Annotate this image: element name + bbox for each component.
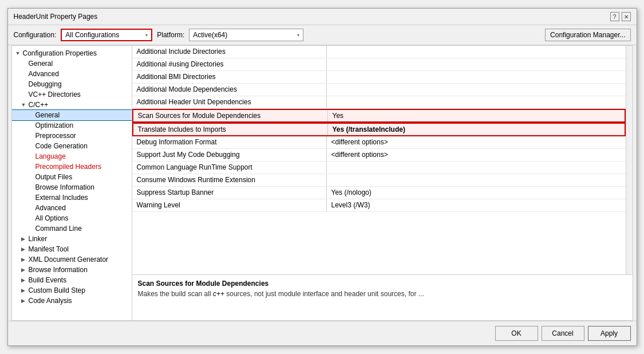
tree-item-cpp-general[interactable]: General	[12, 110, 132, 120]
tree-expand-cpp: ▼	[21, 102, 27, 108]
config-label: Configuration:	[14, 31, 57, 39]
tree-item-code-gen[interactable]: Code Generation	[12, 141, 132, 151]
property-pages-dialog: HeaderUnit Property Pages ? ✕ Configurat…	[7, 8, 637, 346]
tree-label-debugging: Debugging	[29, 80, 62, 88]
prop-value-add-using-dirs	[327, 58, 626, 70]
tree-item-advanced2[interactable]: Advanced	[12, 203, 132, 213]
prop-value-add-mod-deps	[327, 84, 626, 96]
tree-item-build-events[interactable]: ▶Build Events	[12, 275, 132, 285]
prop-row-suppress-banner[interactable]: Suppress Startup BannerYes (/nologo)	[132, 187, 626, 199]
prop-value-suppress-banner: Yes (/nologo)	[327, 187, 626, 199]
prop-value-debug-info: <different options>	[327, 136, 626, 148]
tree-item-optimization[interactable]: Optimization	[12, 120, 132, 131]
ok-button[interactable]: OK	[495, 326, 538, 341]
tree-item-advanced[interactable]: Advanced	[12, 69, 132, 79]
tree-label-build-events: Build Events	[29, 276, 67, 284]
prop-row-debug-info[interactable]: Debug Information Format<different optio…	[132, 136, 626, 149]
platform-label: Platform:	[157, 31, 184, 39]
dialog-title: HeaderUnit Property Pages	[14, 13, 98, 21]
tree-label-vcpp-dirs: VC++ Directories	[29, 91, 81, 99]
tree-item-all-options[interactable]: All Options	[12, 213, 132, 223]
tree-label-precomp-hdrs: Precompiled Headers	[35, 163, 101, 171]
tree-expand-linker: ▶	[21, 236, 27, 242]
config-dropdown[interactable]: All Configurations ▾	[61, 29, 152, 41]
config-manager-button[interactable]: Configuration Manager...	[545, 29, 630, 41]
tree-item-manifest-tool[interactable]: ▶Manifest Tool	[12, 244, 132, 254]
prop-name-warn-level: Warning Level	[132, 199, 327, 211]
tree-label-language: Language	[35, 152, 66, 160]
tree-label-optimization: Optimization	[35, 121, 74, 129]
tree-item-browse-info2[interactable]: ▶Browse Information	[12, 265, 132, 275]
prop-name-win-ext: Consume Windows Runtime Extension	[132, 174, 327, 186]
prop-row-add-mod-deps[interactable]: Additional Module Dependencies	[132, 84, 626, 96]
tree-label-output-files: Output Files	[35, 173, 73, 181]
tree-label-code-gen: Code Generation	[35, 142, 88, 150]
prop-name-clr-support: Common Language RunTime Support	[132, 162, 327, 174]
prop-row-just-my-code[interactable]: Support Just My Code Debugging<different…	[132, 149, 626, 162]
prop-row-scan-sources[interactable]: Scan Sources for Module DependenciesYes	[132, 109, 626, 123]
prop-row-add-inc-dirs[interactable]: Additional Include Directories	[132, 46, 626, 58]
tree-item-browse-info[interactable]: Browse Information	[12, 182, 132, 192]
title-bar-controls: ? ✕	[610, 12, 631, 21]
tree-item-debugging[interactable]: Debugging	[12, 79, 132, 89]
cancel-button[interactable]: Cancel	[542, 326, 584, 341]
prop-name-add-hdr-deps: Additional Header Unit Dependencies	[132, 96, 327, 108]
config-value: All Configurations	[65, 31, 119, 39]
config-bar: Configuration: All Configurations ▾ Plat…	[8, 25, 637, 45]
description-panel: Scan Sources for Module Dependencies Mak…	[132, 274, 633, 320]
props-panel: Additional Include DirectoriesAdditional…	[132, 46, 633, 320]
description-title: Scan Sources for Module Dependencies	[138, 280, 627, 288]
platform-dropdown[interactable]: Active(x64) ▾	[189, 29, 303, 41]
tree-label-xml-doc-gen: XML Document Generator	[29, 255, 109, 263]
tree-item-general[interactable]: General	[12, 58, 132, 69]
prop-row-add-using-dirs[interactable]: Additional #using Directories	[132, 58, 626, 71]
prop-row-clr-support[interactable]: Common Language RunTime Support	[132, 162, 626, 174]
description-text: Makes the build scan all c++ sources, no…	[138, 290, 627, 298]
tree-item-xml-doc-gen[interactable]: ▶XML Document Generator	[12, 254, 132, 265]
tree-item-output-files[interactable]: Output Files	[12, 172, 132, 182]
tree-label-ext-includes: External Includes	[35, 194, 88, 202]
help-button[interactable]: ?	[610, 12, 619, 21]
tree-label-browse-info: Browse Information	[35, 183, 94, 191]
prop-value-add-inc-dirs	[327, 46, 626, 58]
tree-item-cpp[interactable]: ▼C/C++	[12, 100, 132, 110]
prop-row-add-bmi-dirs[interactable]: Additional BMI Directories	[132, 71, 626, 84]
tree-label-config-props: Configuration Properties	[23, 49, 97, 57]
tree-label-linker: Linker	[29, 235, 48, 243]
tree-item-ext-includes[interactable]: External Includes	[12, 192, 132, 203]
tree-item-language[interactable]: Language	[12, 151, 132, 162]
platform-value: Active(x64)	[193, 31, 227, 39]
tree-label-advanced: Advanced	[29, 70, 59, 78]
prop-value-warn-level: Level3 (/W3)	[327, 199, 626, 211]
tree-label-cmd-line: Command Line	[35, 225, 82, 233]
props-table: Additional Include DirectoriesAdditional…	[132, 46, 626, 274]
tree-item-config-props[interactable]: ▼Configuration Properties	[12, 48, 132, 58]
prop-row-add-hdr-deps[interactable]: Additional Header Unit Dependencies	[132, 96, 626, 109]
tree-item-preprocessor[interactable]: Preprocessor	[12, 131, 132, 141]
main-content: ▼Configuration PropertiesGeneralAdvanced…	[11, 45, 633, 321]
vertical-scrollbar[interactable]	[626, 46, 633, 274]
tree-expand-browse-info2: ▶	[21, 267, 27, 273]
apply-button[interactable]: Apply	[588, 326, 631, 341]
prop-row-warn-level[interactable]: Warning LevelLevel3 (/W3)	[132, 199, 626, 212]
prop-name-suppress-banner: Suppress Startup Banner	[132, 187, 327, 199]
platform-dropdown-arrow: ▾	[297, 33, 299, 38]
tree-label-preprocessor: Preprocessor	[35, 132, 76, 140]
config-dropdown-arrow: ▾	[145, 33, 148, 38]
tree-panel: ▼Configuration PropertiesGeneralAdvanced…	[12, 46, 132, 320]
tree-item-code-analysis[interactable]: ▶Code Analysis	[12, 296, 132, 306]
props-with-scroll: Additional Include DirectoriesAdditional…	[132, 46, 633, 274]
prop-value-add-bmi-dirs	[327, 71, 626, 83]
tree-item-linker[interactable]: ▶Linker	[12, 234, 132, 244]
tree-item-vcpp-dirs[interactable]: VC++ Directories	[12, 89, 132, 100]
tree-item-cmd-line[interactable]: Command Line	[12, 223, 132, 234]
tree-expand-config-props: ▼	[15, 50, 21, 56]
prop-row-translate-inc[interactable]: Translate Includes to ImportsYes (/trans…	[132, 123, 626, 136]
prop-name-just-my-code: Support Just My Code Debugging	[132, 149, 327, 161]
tree-label-code-analysis: Code Analysis	[29, 297, 72, 305]
tree-item-custom-build[interactable]: ▶Custom Build Step	[12, 285, 132, 296]
prop-row-win-ext[interactable]: Consume Windows Runtime Extension	[132, 174, 626, 187]
tree-label-general: General	[29, 60, 53, 68]
tree-item-precomp-hdrs[interactable]: Precompiled Headers	[12, 162, 132, 172]
close-button[interactable]: ✕	[622, 12, 631, 21]
